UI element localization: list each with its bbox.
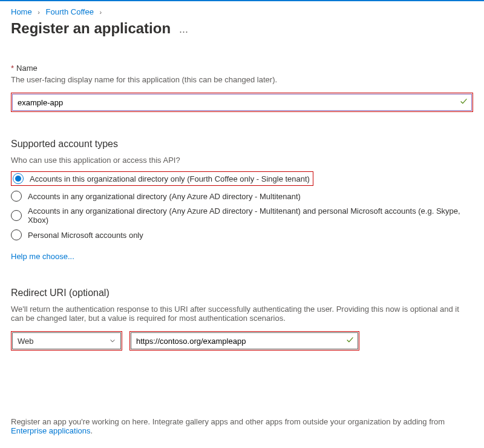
page-container: Home › Fourth Coffee › Register an appli… bbox=[0, 1, 484, 446]
redirect-uri-highlight bbox=[129, 331, 359, 351]
bottom-note: Register an app you're working on here. … bbox=[11, 417, 473, 435]
redirect-section: Redirect URI (optional) We'll return the… bbox=[11, 288, 473, 351]
name-label: *Name bbox=[11, 64, 473, 73]
redirect-help: We'll return the authentication response… bbox=[11, 305, 473, 323]
radio-icon bbox=[11, 229, 22, 240]
radio-option-personal[interactable]: Personal Microsoft accounts only bbox=[11, 229, 473, 241]
bottom-note-text: Register an app you're working on here. … bbox=[11, 417, 445, 426]
name-input-highlight bbox=[11, 93, 473, 112]
chevron-right-icon: › bbox=[100, 8, 102, 16]
radio-highlight: Accounts in this organizational director… bbox=[11, 171, 313, 186]
redirect-uri-input[interactable] bbox=[131, 332, 358, 349]
enterprise-applications-link[interactable]: Enterprise applications bbox=[11, 426, 91, 435]
radio-icon bbox=[13, 173, 24, 184]
account-types-question: Who can use this application or access t… bbox=[11, 156, 473, 165]
redirect-row: Web bbox=[11, 331, 473, 351]
radio-icon bbox=[11, 210, 22, 221]
radio-option-single-tenant[interactable]: Accounts in this organizational director… bbox=[11, 171, 473, 186]
page-title-row: Register an application ⋯ bbox=[11, 20, 473, 37]
account-types-section: Supported account types Who can use this… bbox=[11, 139, 473, 261]
account-types-heading: Supported account types bbox=[11, 139, 473, 150]
redirect-heading: Redirect URI (optional) bbox=[11, 288, 473, 298]
breadcrumb-org[interactable]: Fourth Coffee bbox=[46, 7, 94, 16]
platform-select-highlight: Web bbox=[11, 331, 122, 351]
platform-select-value: Web bbox=[18, 337, 34, 346]
radio-label: Personal Microsoft accounts only bbox=[28, 231, 143, 240]
radio-option-multitenant[interactable]: Accounts in any organizational directory… bbox=[11, 190, 473, 202]
more-icon[interactable]: ⋯ bbox=[179, 26, 189, 36]
radio-option-multitenant-personal[interactable]: Accounts in any organizational directory… bbox=[11, 206, 473, 225]
chevron-down-icon bbox=[110, 337, 116, 346]
radio-icon bbox=[11, 191, 22, 202]
radio-label: Accounts in this organizational director… bbox=[30, 174, 310, 183]
name-label-text: Name bbox=[16, 64, 38, 73]
name-help: The user-facing display name for this ap… bbox=[11, 75, 473, 84]
account-types-radio-group: Accounts in this organizational director… bbox=[11, 171, 473, 241]
radio-label: Accounts in any organizational directory… bbox=[28, 206, 473, 225]
page-title: Register an application bbox=[11, 20, 171, 37]
platform-select[interactable]: Web bbox=[12, 332, 121, 349]
required-star: * bbox=[11, 64, 14, 73]
breadcrumb-home[interactable]: Home bbox=[11, 7, 32, 16]
breadcrumb: Home › Fourth Coffee › bbox=[11, 7, 473, 16]
name-input[interactable] bbox=[12, 94, 472, 111]
name-section: *Name The user-facing display name for t… bbox=[11, 64, 473, 112]
chevron-right-icon: › bbox=[38, 8, 40, 16]
radio-label: Accounts in any organizational directory… bbox=[28, 192, 301, 201]
help-me-choose-link[interactable]: Help me choose... bbox=[11, 252, 74, 261]
